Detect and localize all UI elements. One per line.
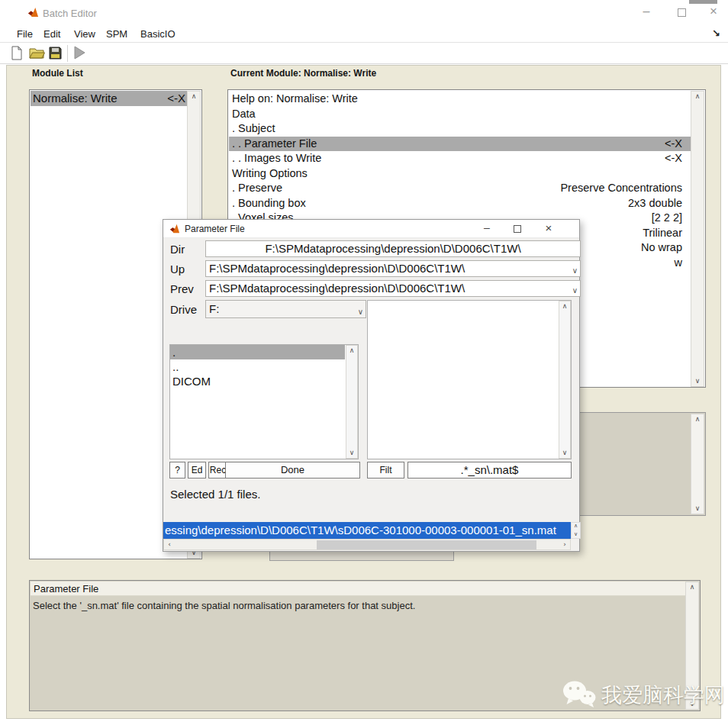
spinner-down-icon[interactable]: ∨ xyxy=(572,531,580,538)
tree-row[interactable]: . Bounding box2x3 double xyxy=(229,196,691,211)
value-panel-scrollbar[interactable]: ∧ ∨ xyxy=(691,414,704,514)
dir-label: Dir xyxy=(170,243,185,256)
dialog-close-button[interactable]: × xyxy=(542,221,556,234)
menu-edit[interactable]: Edit xyxy=(43,28,60,40)
help-button[interactable]: ? xyxy=(169,462,185,478)
parameter-file-dialog: Parameter File – × Dir Up Prev Drive F:\… xyxy=(163,219,580,552)
menu-basicio[interactable]: BasicIO xyxy=(140,28,176,40)
menu-divider xyxy=(0,42,728,43)
help-text: Select the '_sn.mat' file containing the… xyxy=(33,600,674,611)
dir-field[interactable]: F:\SPMdataprocessing\depression\D\D006C\… xyxy=(205,240,581,257)
folder-item[interactable]: DICOM xyxy=(170,374,358,388)
selected-file-hscrollbar[interactable]: ‹ › xyxy=(163,539,571,550)
current-module-scrollbar[interactable]: ∧ ∨ xyxy=(691,91,704,387)
tree-row-value: No wrap xyxy=(641,240,691,256)
tree-row-label: . Subject xyxy=(232,121,275,137)
chevron-down-icon[interactable]: ∨ xyxy=(572,283,578,297)
tree-row[interactable]: . Subject xyxy=(229,121,691,137)
hscrollbar-thumb[interactable] xyxy=(317,540,536,549)
close-button[interactable]: × xyxy=(705,4,722,19)
selection-status: Selected 1/1 files. xyxy=(170,488,260,501)
module-list-item-badge: <-X xyxy=(167,91,185,106)
current-module-header: Current Module: Normalise: Write xyxy=(230,68,376,79)
folder-listbox[interactable]: . .. DICOM ∧ ∨ xyxy=(169,344,359,459)
save-icon[interactable] xyxy=(49,47,62,60)
prev-dropdown[interactable]: F:\SPMdataprocessing\depression\D\D006C\… xyxy=(205,280,581,297)
done-button[interactable]: Done xyxy=(225,462,360,478)
maximize-button[interactable] xyxy=(678,8,686,17)
up-dropdown-value: F:\SPMdataprocessing\depression\D\D006C\… xyxy=(209,262,465,275)
scroll-down-arrow-icon[interactable]: ∨ xyxy=(691,504,704,514)
filter-button[interactable]: Filt xyxy=(367,462,404,478)
tree-row-value: <-X xyxy=(665,137,691,152)
prev-dropdown-value: F:\SPMdataprocessing\depression\D\D006C\… xyxy=(209,282,465,295)
scroll-up-arrow-icon[interactable]: ∧ xyxy=(559,301,570,311)
scroll-up-arrow-icon[interactable]: ∧ xyxy=(188,92,200,102)
file-listbox[interactable]: ∧ ∨ xyxy=(367,300,572,459)
tree-row-value: <-X xyxy=(665,151,691,166)
prev-label: Prev xyxy=(170,282,194,295)
scroll-down-arrow-icon[interactable]: ∨ xyxy=(346,448,357,458)
spinner-up-icon[interactable]: ∧ xyxy=(572,523,580,530)
module-list-item[interactable]: Normalise: Write <-X xyxy=(31,91,188,106)
screen-capture-artifact xyxy=(689,0,717,4)
new-file-icon[interactable] xyxy=(11,46,23,60)
folder-item[interactable]: .. xyxy=(170,359,358,374)
dialog-maximize-button[interactable] xyxy=(514,225,521,233)
scroll-up-arrow-icon[interactable]: ∧ xyxy=(686,582,698,592)
dialog-minimize-button[interactable]: – xyxy=(480,221,494,234)
help-title: Parameter File xyxy=(31,582,686,596)
filter-input[interactable]: .*_sn\.mat$ xyxy=(407,462,572,478)
dock-arrow-icon[interactable]: ↘ xyxy=(712,27,720,39)
scroll-up-arrow-icon[interactable]: ∧ xyxy=(346,346,357,356)
tree-row-label: Data xyxy=(232,107,256,122)
scroll-left-arrow-icon[interactable]: ‹ xyxy=(164,540,175,549)
up-label: Up xyxy=(170,263,185,276)
edit-button[interactable]: Ed xyxy=(188,462,206,478)
scroll-right-arrow-icon[interactable]: › xyxy=(559,540,570,549)
up-dropdown[interactable]: F:\SPMdataprocessing\depression\D\D006C\… xyxy=(205,260,581,277)
help-panel: Parameter File Select the '_sn.mat' file… xyxy=(29,580,701,711)
tree-row-value: w xyxy=(675,256,691,271)
file-list-scrollbar[interactable]: ∧ ∨ xyxy=(559,301,571,459)
matlab-icon xyxy=(169,224,180,234)
folder-list-scrollbar[interactable]: ∧ ∨ xyxy=(346,345,358,459)
tree-row-value: 2x3 double xyxy=(628,196,691,211)
menu-view[interactable]: View xyxy=(74,28,95,40)
scroll-up-arrow-icon[interactable]: ∧ xyxy=(691,92,704,102)
module-list-header: Module List xyxy=(32,68,83,79)
matlab-icon xyxy=(27,7,39,18)
tree-row-value: [2 2 2] xyxy=(652,211,691,226)
tree-row[interactable]: Data xyxy=(229,107,691,122)
watermark-text: 我爱脑科学网 xyxy=(601,682,725,709)
scroll-up-arrow-icon[interactable]: ∧ xyxy=(691,414,704,424)
selected-file-spinner[interactable]: ∧ ∨ xyxy=(571,522,581,539)
tree-row-label: Help on: Normalise: Write xyxy=(232,92,358,107)
chevron-down-icon[interactable]: ∨ xyxy=(572,263,578,277)
folder-item-selected[interactable]: . xyxy=(170,345,345,359)
menu-file[interactable]: File xyxy=(17,28,33,40)
toolbar-separator xyxy=(67,45,68,62)
scroll-down-arrow-icon[interactable]: ∨ xyxy=(691,376,704,386)
tree-row[interactable]: . PreservePreserve Concentrations xyxy=(229,181,691,196)
run-batch-icon[interactable] xyxy=(72,45,87,60)
chevron-down-icon[interactable]: ∨ xyxy=(358,304,363,318)
tree-row-selected[interactable]: . . Parameter File<-X xyxy=(229,137,691,152)
drive-label: Drive xyxy=(170,303,197,316)
tree-row[interactable]: Writing Options xyxy=(229,166,691,182)
tree-row[interactable]: . . Images to Write<-X xyxy=(229,151,691,166)
open-file-icon[interactable] xyxy=(29,47,45,60)
menu-spm[interactable]: SPM xyxy=(106,28,127,40)
tree-row-label: . Preserve xyxy=(232,181,282,196)
tree-row-label: . Bounding box xyxy=(232,196,306,211)
selected-file-row[interactable]: essing\depression\D\D006C\T1W\sD006C-301… xyxy=(163,522,571,539)
drive-dropdown[interactable]: F: ∨ xyxy=(205,300,366,318)
tree-row-label: Writing Options xyxy=(232,166,308,182)
minimize-button[interactable]: – xyxy=(638,5,655,18)
tree-row-label: . . Images to Write xyxy=(232,151,321,166)
dialog-titlebar[interactable]: Parameter File – × xyxy=(163,220,579,238)
tree-row[interactable]: Help on: Normalise: Write xyxy=(229,92,691,107)
tree-row-label: . . Parameter File xyxy=(232,137,317,152)
scroll-down-arrow-icon[interactable]: ∨ xyxy=(559,448,570,458)
dialog-title: Parameter File xyxy=(185,224,245,234)
